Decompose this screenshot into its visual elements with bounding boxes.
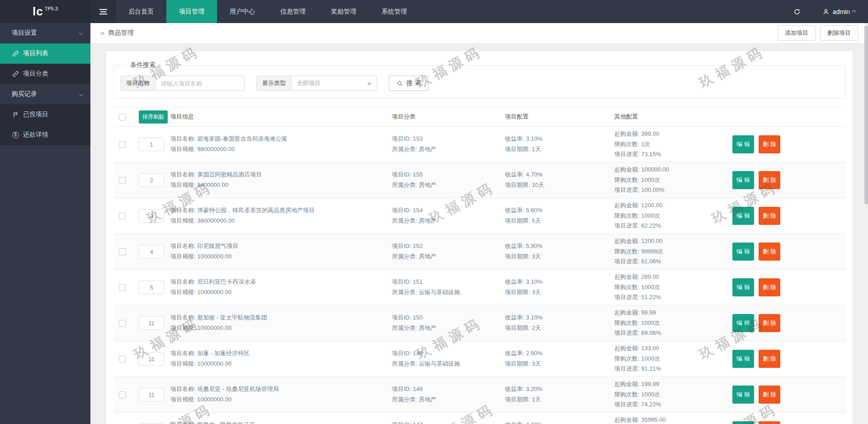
sidebar-item-project-list[interactable]: 项目列表 xyxy=(0,43,90,64)
sort-input[interactable]: 3 xyxy=(139,209,164,223)
delete-button[interactable]: 删除 xyxy=(759,421,780,424)
row-checkbox[interactable] xyxy=(119,141,126,148)
table-row: 项目名称: 甲骨文 - 甲骨文验证局 项目规模: 项目ID: 147 所属分类:… xyxy=(113,413,845,424)
nav-item-info-management[interactable]: 信息管理 xyxy=(268,0,318,23)
table-body: 1 项目名称: 碧海家园-泰国普吉岛邦涛海滩公寓 项目规模: 980000000… xyxy=(113,127,845,424)
sort-input[interactable]: 11 xyxy=(139,352,164,366)
sort-input[interactable]: 2 xyxy=(139,173,164,187)
project-name-group: 项目名称 xyxy=(120,76,245,91)
other-config-cell: 起购金额: 99.99 限购次数: 1000次 项目进度: 69.06% xyxy=(614,308,726,338)
sidebar-item-invested-projects[interactable]: 已投项目 xyxy=(0,105,90,125)
nav-item-project-management[interactable]: 项目管理 xyxy=(166,0,217,23)
project-category-cell: 项目ID: 147 所属分类: xyxy=(392,420,505,424)
select-all-checkbox[interactable] xyxy=(119,114,126,120)
sidebar-item-repayment-details[interactable]: $ 还款详情 xyxy=(0,125,90,145)
project-info-cell: 项目名称: 甲骨文 - 甲骨文验证局 项目规模: xyxy=(170,420,392,424)
row-checkbox[interactable] xyxy=(119,320,126,327)
sidebar-group-project-settings[interactable]: 项目设置 xyxy=(0,23,90,43)
edit-button[interactable]: 编辑 xyxy=(732,421,754,424)
nav-item-user-center[interactable]: 用户中心 xyxy=(217,0,268,23)
delete-button[interactable]: 删除 xyxy=(759,135,780,153)
scrollbar-track[interactable] xyxy=(864,23,868,424)
edit-button[interactable]: 编辑 xyxy=(732,171,754,189)
breadcrumb-arrows-icon: » xyxy=(100,29,104,38)
add-project-button[interactable]: 添加项目 xyxy=(778,25,816,41)
nav-item-system-management[interactable]: 系统管理 xyxy=(369,0,420,23)
display-type-group: 展示类型 全部项目 xyxy=(256,76,377,91)
table-row: 11 项目名称: 新加坡 - 亚太宇航物流集团 项目规模: 10000000.0… xyxy=(113,305,845,341)
chevron-up-icon xyxy=(852,10,856,14)
col-header-project-info: 项目信息 xyxy=(170,112,392,122)
user-menu[interactable]: admin xyxy=(810,0,868,23)
project-config-cell: 收益率: 2.90% 项目期限: 3天 xyxy=(505,348,614,369)
sort-input[interactable]: 5 xyxy=(139,281,164,294)
delete-button[interactable]: 删除 xyxy=(759,207,780,225)
project-info-cell: 项目名称: 尼日利亚巴卡西深水港 项目规模: 10000000.00 xyxy=(170,277,392,298)
username: admin xyxy=(833,8,850,15)
project-category-cell: 项目ID: 153 所属分类: 房地产 xyxy=(392,134,505,155)
edit-button[interactable]: 编辑 xyxy=(732,314,754,332)
table-row: 11 项目名称: 坦桑尼亚 - 坦桑尼亚机场管理局 项目规模: 10000000… xyxy=(113,377,845,413)
display-type-select[interactable]: 全部项目 xyxy=(292,76,377,91)
row-checkbox[interactable] xyxy=(119,356,126,362)
other-config-cell: 起购金额: 1200.00 限购次数: 1000次 项目进度: 62.22% xyxy=(614,200,726,231)
chevron-down-icon xyxy=(79,31,83,35)
edit-button[interactable]: 编辑 xyxy=(732,135,754,153)
other-config-cell: 起购金额: 133.00 限购次数: 1000次 项目进度: 91.21% xyxy=(614,343,726,374)
sort-input[interactable]: 11 xyxy=(139,316,164,330)
edit-button[interactable]: 编辑 xyxy=(732,243,754,261)
other-config-cell: 起购金额: 1200.00 限购次数: 99999次 项目进度: 61.06% xyxy=(614,236,726,267)
search-legend: 条件搜索 xyxy=(127,61,159,69)
breadcrumb: » 商品管理 添加项目 删除项目 xyxy=(90,23,868,43)
row-checkbox[interactable] xyxy=(119,177,126,184)
delete-button[interactable]: 删除 xyxy=(759,243,780,261)
logo-text: lc xyxy=(33,5,43,19)
refresh-button[interactable] xyxy=(784,0,810,23)
content-panel: 条件搜索 项目名称 展示类型 全部项目 搜 索 xyxy=(106,51,853,424)
project-info-cell: 项目名称: 美国迈阿密精品酒店项目 项目规模: 8400000.00 xyxy=(170,170,392,191)
sidebar-item-project-category[interactable]: 项目分类 xyxy=(0,64,90,84)
delete-button[interactable]: 删除 xyxy=(759,350,780,368)
sort-refresh-button[interactable]: 排序刷新 xyxy=(139,110,168,124)
nav-item-reward-management[interactable]: 奖励管理 xyxy=(318,0,369,23)
project-name-input[interactable] xyxy=(156,76,244,91)
dollar-icon: $ xyxy=(12,131,19,138)
other-config-cell: 起购金额: 289.00 限购次数: 1000次 项目进度: 51.22% xyxy=(614,272,726,303)
menu-toggle-icon[interactable] xyxy=(90,0,116,23)
sort-input[interactable]: 4 xyxy=(139,245,164,258)
table-row: 4 项目名称: 印尼煤层气项目 项目规模: 10000000.00 项目ID: … xyxy=(113,234,845,270)
row-checkbox[interactable] xyxy=(119,213,126,219)
delete-project-button[interactable]: 删除项目 xyxy=(820,25,858,41)
project-config-cell: 收益率: 5.60% 项目期限: 5天 xyxy=(505,205,614,226)
logo-version: TP5.3 xyxy=(45,6,58,11)
table-row: 3 项目名称: 博蒙特公园，移民圣基茨的高品质房地产项目 项目规模: 38000… xyxy=(113,198,845,234)
sidebar-group-purchase-records[interactable]: 购买记录 xyxy=(0,84,90,105)
table-row: 11 项目名称: 加蓬 - 加蓬经济特区 项目规模: 10000000.00 项… xyxy=(113,341,845,377)
sort-input[interactable]: 11 xyxy=(139,388,164,401)
table-row: 1 项目名称: 碧海家园-泰国普吉岛邦涛海滩公寓 项目规模: 980000000… xyxy=(113,127,845,162)
project-category-cell: 项目ID: 150 所属分类: 房地产 xyxy=(392,313,505,333)
project-category-cell: 项目ID: 152 所属分类: 房地产 xyxy=(392,241,505,262)
edit-button[interactable]: 编辑 xyxy=(732,278,754,296)
edit-button[interactable]: 编辑 xyxy=(732,386,754,404)
delete-button[interactable]: 删除 xyxy=(759,386,780,404)
project-name-label: 项目名称 xyxy=(121,76,156,91)
delete-button[interactable]: 删除 xyxy=(759,278,780,296)
col-header-project-category: 项目分类 xyxy=(392,112,505,122)
row-checkbox[interactable] xyxy=(119,391,126,398)
delete-button[interactable]: 删除 xyxy=(759,171,780,189)
project-info-cell: 项目名称: 碧海家园-泰国普吉岛邦涛海滩公寓 项目规模: 980000000.0… xyxy=(170,134,392,155)
row-checkbox[interactable] xyxy=(119,284,126,291)
delete-button[interactable]: 删除 xyxy=(759,314,780,332)
edit-button[interactable]: 编辑 xyxy=(732,350,754,368)
table-row: 5 项目名称: 尼日利亚巴卡西深水港 项目规模: 10000000.00 项目I… xyxy=(113,270,845,305)
table-row: 2 项目名称: 美国迈阿密精品酒店项目 项目规模: 8400000.00 项目I… xyxy=(113,162,845,198)
edit-button[interactable]: 编辑 xyxy=(732,207,754,225)
row-checkbox[interactable] xyxy=(119,248,126,255)
main-content: » 商品管理 添加项目 删除项目 条件搜索 项目名称 展示类型 全部项目 xyxy=(90,23,868,424)
sort-input[interactable]: 1 xyxy=(139,138,164,151)
scrollbar-thumb[interactable] xyxy=(864,26,868,205)
nav-item-dashboard[interactable]: 后台首页 xyxy=(116,0,166,23)
search-button[interactable]: 搜 索 xyxy=(389,76,428,91)
display-type-label: 展示类型 xyxy=(257,76,292,91)
